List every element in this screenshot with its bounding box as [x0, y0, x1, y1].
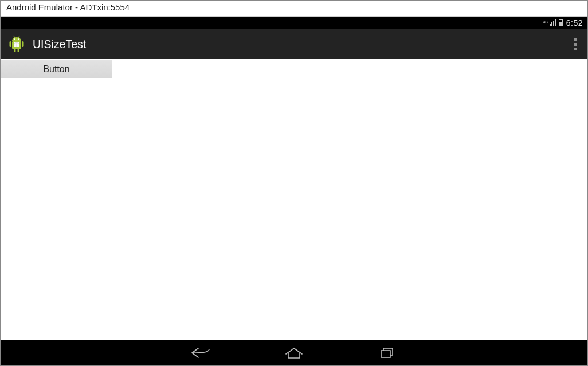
svg-rect-3 [555, 19, 556, 26]
svg-point-7 [14, 38, 15, 40]
svg-rect-15 [18, 49, 19, 52]
svg-rect-0 [550, 24, 551, 26]
svg-rect-2 [553, 21, 554, 26]
svg-rect-19 [381, 351, 390, 357]
svg-rect-12 [10, 41, 11, 47]
window-title: Android Emulator - ADTxin:5554 [1, 1, 587, 17]
svg-rect-1 [551, 22, 552, 26]
android-robot-icon [7, 35, 26, 53]
svg-line-10 [19, 36, 20, 38]
svg-point-8 [18, 38, 19, 40]
battery-icon [559, 19, 563, 27]
svg-rect-13 [22, 41, 23, 47]
navigation-bar [1, 340, 587, 365]
action-bar: UISizeTest [1, 29, 587, 59]
svg-rect-14 [14, 49, 15, 52]
status-clock: 6:52 [566, 18, 583, 27]
signal-bars-icon [550, 19, 556, 27]
status-bar: 4G 6:52 [1, 17, 587, 29]
svg-rect-6 [559, 22, 562, 26]
device-frame: 4G 6:52 [1, 17, 587, 365]
test-button[interactable]: Button [1, 60, 112, 78]
content-area: Button [1, 59, 587, 340]
back-icon[interactable] [189, 345, 213, 361]
svg-line-9 [14, 36, 15, 38]
app-title: UISizeTest [33, 38, 86, 51]
recents-icon[interactable] [375, 345, 399, 361]
emulator-window: Android Emulator - ADTxin:5554 4G [0, 0, 588, 366]
overflow-menu-icon[interactable] [568, 35, 582, 53]
network-type-label: 4G [543, 20, 548, 26]
home-icon[interactable] [282, 345, 306, 361]
